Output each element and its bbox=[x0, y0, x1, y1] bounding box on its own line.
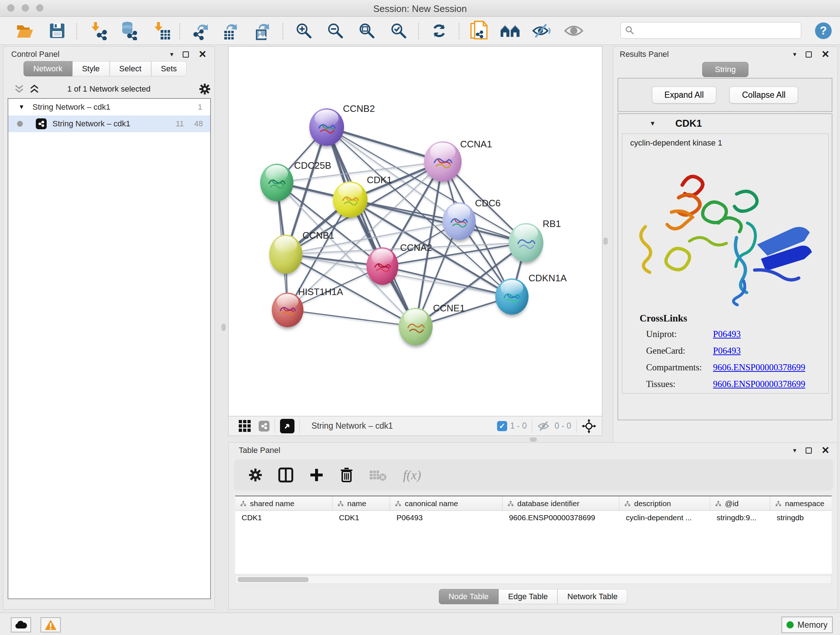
open-session-button[interactable] bbox=[14, 21, 35, 40]
help-icon: ? bbox=[814, 22, 832, 40]
export-table-button[interactable] bbox=[221, 21, 241, 40]
float-panel-icon[interactable] bbox=[806, 51, 812, 57]
help-button[interactable]: ? bbox=[813, 21, 834, 40]
collapse-triangle-icon[interactable]: ▼ bbox=[19, 103, 25, 111]
toolbar-search[interactable] bbox=[621, 22, 801, 39]
close-panel-icon[interactable]: ✕ bbox=[821, 51, 829, 57]
panel-menu-icon[interactable]: ▾ bbox=[793, 447, 796, 454]
delete-column-icon[interactable] bbox=[339, 467, 354, 483]
network-row[interactable]: String Network – cdk1 11 48 bbox=[8, 116, 210, 132]
node-CCNE1[interactable] bbox=[399, 308, 433, 345]
network-canvas[interactable]: CCNB2CCNA1CDC25BCDK1CDC6RB1CCNB1CCNA2CDK… bbox=[228, 46, 602, 416]
search-input[interactable] bbox=[635, 26, 794, 35]
crosslink-link[interactable]: 9606.ENSP00000378699 bbox=[713, 379, 805, 389]
table-gear-icon[interactable] bbox=[248, 468, 263, 482]
grid-view-icon[interactable] bbox=[239, 420, 251, 432]
table-cell: CDK1 bbox=[235, 511, 332, 526]
close-panel-icon[interactable]: ✕ bbox=[198, 51, 207, 57]
tab-network[interactable]: Network bbox=[24, 61, 73, 76]
function-builder-icon[interactable]: f(x) bbox=[403, 467, 421, 483]
table-hscrollbar[interactable] bbox=[235, 575, 832, 584]
delete-table-icon[interactable] bbox=[369, 469, 388, 481]
export-image-button[interactable] bbox=[252, 21, 272, 40]
hide-selected-button[interactable] bbox=[532, 21, 552, 40]
column-header-description[interactable]: description bbox=[619, 496, 710, 510]
node-CDKN1A[interactable] bbox=[495, 279, 529, 315]
tab-edge-table[interactable]: Edge Table bbox=[499, 589, 558, 604]
export-network-button[interactable] bbox=[190, 21, 210, 40]
zoom-fit-button[interactable] bbox=[357, 21, 377, 40]
add-column-icon[interactable] bbox=[309, 467, 324, 483]
node-structure-icon bbox=[445, 208, 473, 236]
columns-icon[interactable] bbox=[278, 467, 294, 483]
column-header-namespace[interactable]: namespace bbox=[770, 496, 832, 510]
float-panel-icon[interactable] bbox=[806, 448, 812, 454]
toolbar-separator bbox=[283, 23, 283, 39]
selected-checkbox-icon[interactable]: ✓ bbox=[497, 421, 507, 431]
table-hscroll-thumb[interactable] bbox=[238, 577, 309, 582]
column-header-database-identifier[interactable]: database identifier bbox=[502, 496, 619, 510]
save-session-button[interactable] bbox=[47, 21, 67, 40]
column-header-name[interactable]: name bbox=[332, 496, 390, 510]
tab-sets[interactable]: Sets bbox=[151, 61, 187, 76]
bottom-splitter-handle[interactable] bbox=[530, 437, 537, 442]
hidden-counts: 0 - 0 bbox=[554, 421, 571, 431]
import-database-button[interactable] bbox=[118, 21, 139, 40]
node-CCNB2[interactable] bbox=[309, 108, 344, 146]
table-row[interactable]: CDK1CDK1P064939606.ENSP00000378699cyclin… bbox=[235, 511, 832, 526]
node-CCNA2[interactable] bbox=[366, 247, 398, 285]
node-CDC25B[interactable] bbox=[260, 164, 294, 201]
collapse-triangle-icon[interactable]: ▼ bbox=[649, 120, 656, 127]
memory-status-icon bbox=[786, 621, 794, 629]
tab-string[interactable]: String bbox=[702, 62, 748, 77]
zoom-selected-button[interactable] bbox=[388, 21, 409, 40]
panel-menu-icon[interactable]: ▾ bbox=[170, 50, 173, 58]
node-CCNA1[interactable] bbox=[424, 141, 462, 182]
close-panel-icon[interactable]: ✕ bbox=[821, 448, 829, 454]
node-HIST1H1A[interactable] bbox=[272, 293, 303, 327]
zoom-in-button[interactable] bbox=[294, 21, 314, 40]
panel-menu-icon[interactable]: ▾ bbox=[793, 50, 796, 58]
expand-all-button[interactable]: Expand All bbox=[652, 87, 717, 103]
column-header-@id[interactable]: @id bbox=[710, 496, 770, 510]
warnings-button[interactable] bbox=[41, 617, 61, 632]
network-collection-row[interactable]: ▼ String Network – cdk1 1 bbox=[8, 99, 210, 116]
show-all-button[interactable] bbox=[564, 21, 584, 40]
crosslink-link[interactable]: P06493 bbox=[713, 346, 741, 356]
float-panel-icon[interactable] bbox=[183, 51, 189, 57]
zoom-out-button[interactable] bbox=[325, 21, 346, 40]
column-header-canonical-name[interactable]: canonical name bbox=[390, 496, 502, 510]
column-header-shared-name[interactable]: shared name bbox=[235, 496, 332, 510]
hidden-eye-icon[interactable] bbox=[537, 421, 552, 432]
memory-button[interactable]: Memory bbox=[782, 616, 833, 633]
crosslink-link[interactable]: P06493 bbox=[713, 329, 741, 339]
node-table[interactable]: shared namenamecanonical namedatabase id… bbox=[235, 496, 832, 574]
tab-network-table[interactable]: Network Table bbox=[557, 589, 627, 604]
right-splitter-handle[interactable] bbox=[603, 238, 608, 245]
birdseye-panels-button[interactable] bbox=[500, 21, 520, 40]
left-splitter-handle[interactable] bbox=[221, 324, 226, 331]
cloud-button[interactable] bbox=[11, 617, 31, 632]
node-RB1[interactable] bbox=[508, 223, 543, 262]
tab-node-table[interactable]: Node Table bbox=[439, 589, 499, 604]
node-CDC6[interactable] bbox=[442, 203, 476, 240]
tab-select[interactable]: Select bbox=[110, 61, 151, 76]
crosshair-icon[interactable] bbox=[582, 419, 596, 433]
node-CCNB1[interactable] bbox=[269, 234, 302, 274]
refresh-button[interactable] bbox=[429, 21, 449, 40]
crosslink-link[interactable]: 9606.ENSP00000378699 bbox=[713, 363, 805, 372]
node-structure-icon bbox=[274, 297, 301, 323]
zoom-out-icon bbox=[326, 22, 344, 40]
toolbar-separator bbox=[418, 23, 419, 39]
network-share-icon[interactable] bbox=[259, 421, 270, 432]
tab-style[interactable]: Style bbox=[73, 61, 110, 76]
search-icon bbox=[625, 26, 635, 35]
collapse-all-button[interactable]: Collapse All bbox=[729, 87, 798, 103]
import-network-button[interactable] bbox=[88, 21, 109, 40]
birdseye-toggle-icon[interactable] bbox=[280, 419, 294, 433]
gear-icon[interactable] bbox=[199, 83, 211, 95]
import-table-button[interactable] bbox=[152, 21, 172, 40]
annotations-button[interactable] bbox=[469, 21, 489, 40]
node-CDK1[interactable] bbox=[333, 181, 368, 218]
network-view-toolbar: String Network – cdk1 ✓ 1 - 0 0 - 0 bbox=[228, 416, 602, 436]
